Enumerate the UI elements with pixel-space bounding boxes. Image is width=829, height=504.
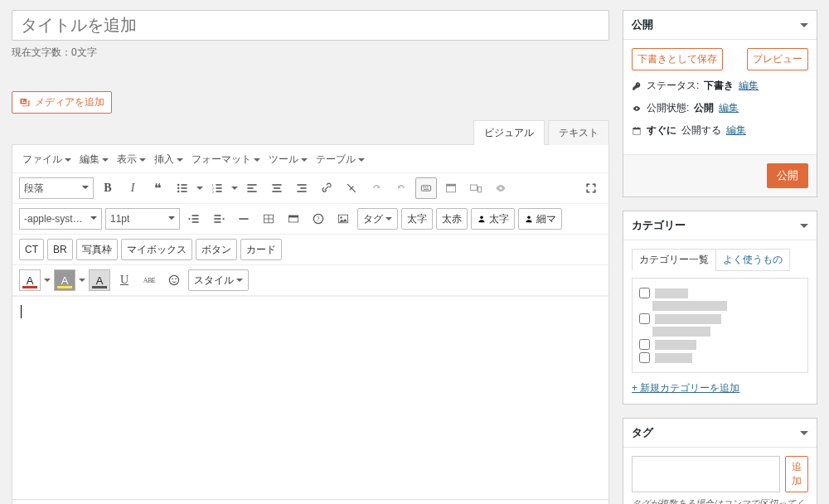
window-button[interactable] xyxy=(440,177,462,199)
redo-button[interactable] xyxy=(390,177,412,199)
editor-content[interactable] xyxy=(12,296,608,499)
help-button[interactable]: ? xyxy=(308,208,329,230)
menu-format[interactable]: フォーマット xyxy=(188,150,264,169)
tab-visual[interactable]: ビジュアル xyxy=(473,120,545,145)
editor-menubar: ファイル 編集 表示 挿入 フォーマット ツール テーブル xyxy=(12,145,608,173)
bg-color-caret[interactable] xyxy=(79,279,85,285)
button-button[interactable]: ボタン xyxy=(196,239,237,260)
link-button[interactable] xyxy=(316,177,337,199)
bold-button[interactable]: B xyxy=(97,177,119,199)
bold-style-button[interactable]: 太字 xyxy=(401,208,433,230)
svg-rect-52 xyxy=(633,128,640,129)
menu-file[interactable]: ファイル xyxy=(19,150,75,169)
menu-table[interactable]: テーブル xyxy=(313,150,368,169)
ct-button[interactable]: CT xyxy=(19,239,44,260)
category-checkbox[interactable] xyxy=(639,352,650,363)
status-value: 下書き xyxy=(704,79,734,93)
element-path: P xyxy=(12,499,608,504)
svg-rect-31 xyxy=(192,218,199,220)
text-color-button[interactable]: A xyxy=(19,269,41,291)
responsive-button[interactable] xyxy=(465,177,487,199)
indent-button[interactable] xyxy=(208,208,230,230)
svg-rect-32 xyxy=(192,221,199,223)
underline-button[interactable]: U xyxy=(114,269,135,291)
undo-button[interactable] xyxy=(366,177,387,199)
categories-title: カテゴリー xyxy=(632,218,686,233)
menu-tools[interactable]: ツール xyxy=(265,150,311,169)
tab-frequent-categories[interactable]: よく使うもの xyxy=(716,249,790,271)
card-button[interactable] xyxy=(283,208,304,230)
tab-text[interactable]: テキスト xyxy=(548,120,609,145)
photoframe-button[interactable]: 写真枠 xyxy=(76,239,118,260)
svg-rect-28 xyxy=(471,185,478,190)
svg-rect-14 xyxy=(247,191,256,192)
user-bold-button[interactable]: 太字 xyxy=(471,208,515,230)
edit-schedule-link[interactable]: 編集 xyxy=(726,124,746,138)
publish-button[interactable]: 公開 xyxy=(767,163,808,188)
tab-all-categories[interactable]: カテゴリー一覧 xyxy=(632,249,716,271)
table-button[interactable] xyxy=(258,208,279,230)
tag-button[interactable]: タグ xyxy=(357,208,398,230)
align-center-button[interactable] xyxy=(266,177,288,199)
fullscreen-button[interactable] xyxy=(580,177,602,199)
bg-color-button[interactable]: A xyxy=(54,269,75,291)
ordered-list-button[interactable]: 123 xyxy=(206,177,228,199)
bold-red-button[interactable]: 太赤 xyxy=(436,208,468,230)
svg-text:?: ? xyxy=(317,216,320,223)
bullet-list-caret[interactable] xyxy=(196,187,203,193)
category-checkbox[interactable] xyxy=(639,313,650,324)
svg-point-46 xyxy=(480,216,483,219)
tags-title: タグ xyxy=(632,425,653,440)
br-button[interactable]: BR xyxy=(47,239,73,260)
mybox-button[interactable]: マイボックス xyxy=(121,239,192,260)
menu-insert[interactable]: 挿入 xyxy=(151,150,187,169)
bullet-list-button[interactable] xyxy=(172,177,193,199)
image-button[interactable] xyxy=(332,208,354,230)
calendar-icon xyxy=(632,126,642,136)
add-category-link[interactable]: + 新規カテゴリーを追加 xyxy=(632,381,739,395)
svg-point-47 xyxy=(527,216,531,219)
edit-status-link[interactable]: 編集 xyxy=(739,79,759,93)
svg-point-4 xyxy=(177,191,179,192)
border-color-button[interactable]: A xyxy=(89,269,110,291)
align-left-button[interactable] xyxy=(241,177,263,199)
panel-toggle-icon[interactable] xyxy=(800,224,808,232)
svg-rect-15 xyxy=(272,184,281,186)
unlink-button[interactable] xyxy=(341,177,362,199)
font-size-select[interactable]: 11pt xyxy=(105,208,180,230)
menu-edit[interactable]: 編集 xyxy=(76,150,112,169)
font-family-select[interactable]: -apple-syst… xyxy=(19,208,102,230)
edit-visibility-link[interactable]: 編集 xyxy=(719,101,739,115)
italic-button[interactable]: I xyxy=(122,177,143,199)
add-media-label: メディアを追加 xyxy=(35,95,104,109)
quote-button[interactable]: ❝ xyxy=(147,177,168,199)
category-list xyxy=(632,278,808,373)
align-right-button[interactable] xyxy=(291,177,313,199)
text-color-caret[interactable] xyxy=(44,279,51,285)
menu-view[interactable]: 表示 xyxy=(114,150,149,169)
hr-button[interactable] xyxy=(233,208,255,230)
post-title-input[interactable] xyxy=(12,10,609,41)
tag-input[interactable] xyxy=(632,456,780,492)
svg-point-45 xyxy=(340,216,342,218)
style-dropdown[interactable]: スタイル xyxy=(188,269,249,291)
preview-post-button[interactable]: プレビュー xyxy=(747,48,808,70)
panel-toggle-icon[interactable] xyxy=(800,431,808,439)
category-checkbox[interactable] xyxy=(639,288,650,298)
preview-button[interactable] xyxy=(490,177,511,199)
keyboard-button[interactable] xyxy=(415,177,437,199)
add-tag-button[interactable]: 追加 xyxy=(785,456,808,492)
panel-toggle-icon[interactable] xyxy=(800,23,808,32)
user-thin-button[interactable]: 細マ xyxy=(518,208,562,230)
save-draft-button[interactable]: 下書きとして保存 xyxy=(632,48,723,70)
svg-rect-54 xyxy=(638,127,638,128)
ordered-list-caret[interactable] xyxy=(231,187,238,193)
abe-button[interactable]: ABE xyxy=(138,269,160,291)
key-icon xyxy=(632,81,642,91)
emoji-button[interactable] xyxy=(163,269,185,291)
category-checkbox[interactable] xyxy=(639,339,650,350)
format-select[interactable]: 段落 xyxy=(19,177,94,199)
card-style-button[interactable]: カード xyxy=(240,239,282,260)
add-media-button[interactable]: メディアを追加 xyxy=(12,91,112,114)
outdent-button[interactable] xyxy=(183,208,205,230)
